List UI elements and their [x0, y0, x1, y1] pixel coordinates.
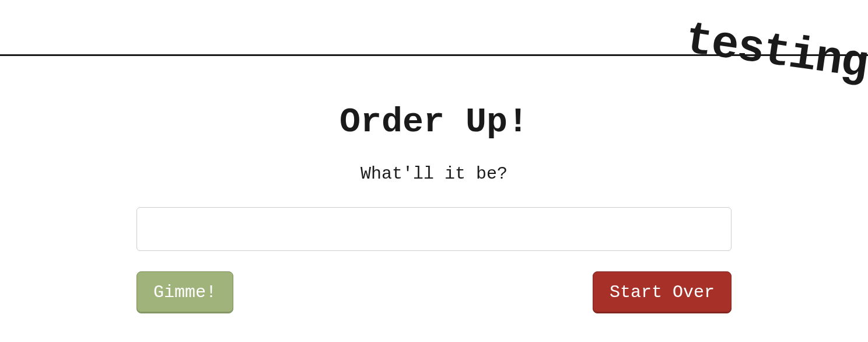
- button-row: Gimme! Start Over: [136, 271, 732, 313]
- page-title: Order Up!: [136, 102, 732, 142]
- order-input[interactable]: [136, 207, 732, 251]
- gimme-button[interactable]: Gimme!: [136, 271, 233, 313]
- main-content: Order Up! What'll it be? Gimme! Start Ov…: [136, 102, 732, 313]
- start-over-button[interactable]: Start Over: [593, 271, 732, 313]
- order-prompt: What'll it be?: [136, 164, 732, 184]
- environment-ribbon: testing: [682, 14, 868, 90]
